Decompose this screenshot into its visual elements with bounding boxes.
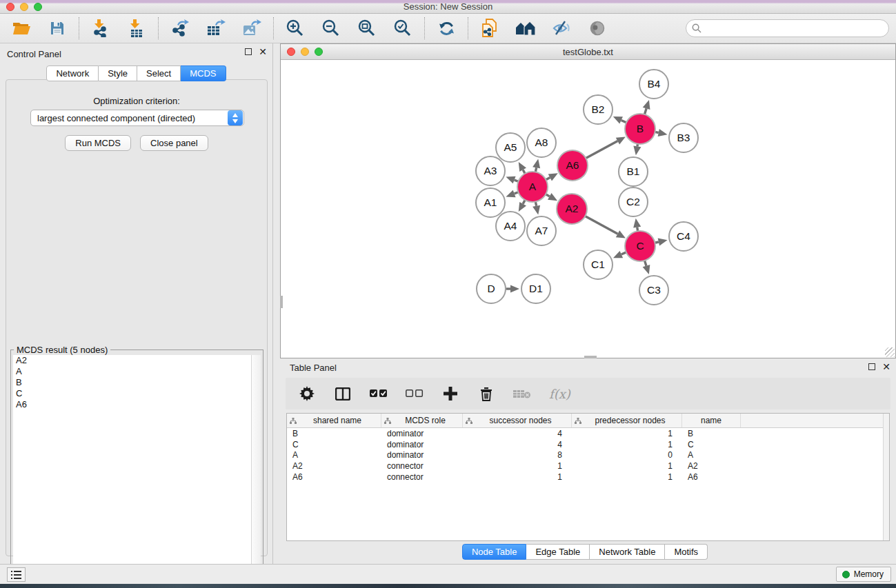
close-panel-button[interactable]: Close panel [140, 135, 208, 151]
duplicate-network-icon[interactable] [478, 17, 501, 39]
edge-arrowhead [506, 176, 515, 183]
node-table: shared nameMCDS rolesuccessor nodesprede… [286, 413, 890, 541]
zoom-in-icon[interactable] [283, 17, 307, 39]
graph-node-label: A6 [566, 159, 579, 171]
list-item[interactable]: A6 [13, 399, 251, 410]
table-row[interactable]: Adominator80A [287, 450, 889, 461]
network-window-titlebar: testGlobe.txt [281, 44, 895, 60]
optimization-criterion-label: Optimization criterion: [6, 96, 267, 106]
tab-edge-table[interactable]: Edge Table [526, 544, 590, 560]
table-cell: connector [381, 461, 463, 471]
list-item[interactable]: A2 [13, 355, 251, 366]
memory-label: Memory [854, 569, 884, 579]
edge-arrowhead [532, 205, 540, 215]
table-cell: A6 [287, 472, 381, 482]
table-row[interactable]: Cdominator41C [287, 439, 889, 450]
graph-edge-A-A6[interactable] [546, 177, 550, 179]
table-cell: 0 [572, 450, 682, 460]
export-network-icon[interactable] [168, 17, 192, 39]
column-header-MCDS-role[interactable]: MCDS role [381, 414, 463, 427]
tab-select[interactable]: Select [137, 65, 181, 81]
graph-node-label: C2 [626, 196, 640, 207]
graph-node-label: A1 [484, 196, 497, 208]
float-panel-icon[interactable] [245, 48, 252, 55]
open-session-icon[interactable] [10, 17, 33, 39]
graph-edge-B-B4[interactable] [644, 108, 646, 114]
tab-mcds[interactable]: MCDS [181, 65, 226, 81]
graph-edge-C-C3[interactable] [645, 261, 646, 266]
table-cell: 4 [463, 429, 572, 438]
status-bar: Memory [0, 564, 896, 584]
table-cell: 4 [463, 440, 572, 449]
graph-node-label: C1 [591, 258, 605, 270]
function-builder-icon: f(x) [549, 387, 570, 401]
export-image-icon[interactable] [240, 17, 263, 39]
task-history-button[interactable] [7, 567, 26, 582]
export-table-icon[interactable] [204, 17, 228, 39]
graph-edge-A2-C[interactable] [585, 216, 617, 234]
table-scrollbar[interactable] [883, 414, 889, 540]
column-header-name[interactable]: name [682, 414, 741, 427]
mcds-tab-content: Optimization criterion: largest connecte… [6, 79, 268, 556]
graph-edge-C-C1[interactable] [621, 252, 626, 254]
list-item[interactable]: B [13, 377, 251, 388]
graph-node-label: A3 [484, 165, 497, 176]
column-header-predecessor-nodes[interactable]: predecessor nodes [572, 414, 682, 427]
close-panel-icon[interactable]: ✕ [259, 48, 267, 55]
column-header-successor-nodes[interactable]: successor nodes [463, 414, 572, 427]
save-session-icon[interactable] [46, 17, 69, 39]
graph-node-label: A [529, 181, 537, 192]
shared-column-icon [466, 418, 472, 424]
table-row[interactable]: A6connector11A6 [287, 472, 889, 483]
run-mcds-button[interactable]: Run MCDS [65, 135, 131, 151]
tab-node-table[interactable]: Node Table [462, 544, 527, 560]
hide-selected-icon[interactable] [550, 17, 573, 39]
column-header-shared-name[interactable]: shared name [287, 414, 381, 427]
network-vscroll-thumb[interactable] [280, 296, 283, 308]
zoom-selected-icon[interactable] [391, 17, 415, 39]
graph-node-label: A2 [566, 203, 579, 214]
graph-node-label: B2 [592, 103, 605, 115]
tab-network[interactable]: Network [46, 65, 99, 81]
edge-arrowhead [633, 146, 641, 156]
select-all-icon[interactable] [370, 383, 388, 404]
delete-column-icon[interactable] [477, 383, 495, 404]
memory-button[interactable]: Memory [836, 567, 891, 582]
table-cell: 1 [572, 440, 682, 449]
graph-edge-B-B2[interactable] [621, 120, 626, 122]
graph-edge-A6-B[interactable] [586, 141, 617, 159]
main-toolbar [0, 14, 896, 43]
list-item[interactable]: A [13, 366, 251, 377]
list-item[interactable]: C [13, 388, 251, 399]
import-network-icon[interactable] [89, 17, 112, 39]
mcds-result-list[interactable]: A2ABCA6 [13, 355, 251, 585]
mcds-result-scrollbar[interactable] [251, 355, 261, 585]
graph-node-label: C4 [677, 230, 690, 242]
first-neighbors-icon[interactable] [514, 17, 537, 39]
network-canvas[interactable]: AA1A2A3A4A5A6A7A8BB1B2B3B4CC1C2C3C4DD1 [281, 61, 895, 357]
graph-node-label: D [487, 283, 495, 294]
zoom-out-icon[interactable] [319, 17, 343, 39]
tab-style[interactable]: Style [99, 65, 137, 81]
mcds-result-title: MCDS result (5 nodes) [14, 345, 110, 355]
criterion-dropdown[interactable]: largest connected component (directed) [30, 110, 244, 126]
refresh-icon[interactable] [435, 17, 458, 39]
tab-network-table[interactable]: Network Table [590, 544, 665, 560]
table-row[interactable]: Bdominator41B [287, 428, 889, 439]
resize-grip-icon[interactable] [885, 347, 895, 357]
table-cell: dominator [381, 440, 463, 449]
float-table-panel-icon[interactable] [868, 363, 875, 370]
close-table-panel-icon[interactable]: ✕ [882, 363, 890, 370]
show-all-icon[interactable] [586, 17, 609, 39]
create-column-icon[interactable] [441, 383, 459, 404]
tab-motifs[interactable]: Motifs [665, 544, 708, 560]
table-cell: 1 [572, 461, 682, 471]
zoom-fit-icon[interactable] [355, 17, 379, 39]
search-input[interactable] [705, 21, 888, 35]
show-column-icon[interactable] [334, 383, 352, 404]
table-toolbar: f(x) [286, 378, 890, 409]
import-table-icon[interactable] [125, 17, 148, 39]
table-row[interactable]: A2connector11A2 [287, 460, 889, 472]
table-settings-gear-icon[interactable] [298, 383, 316, 404]
deselect-all-icon[interactable] [406, 383, 424, 404]
